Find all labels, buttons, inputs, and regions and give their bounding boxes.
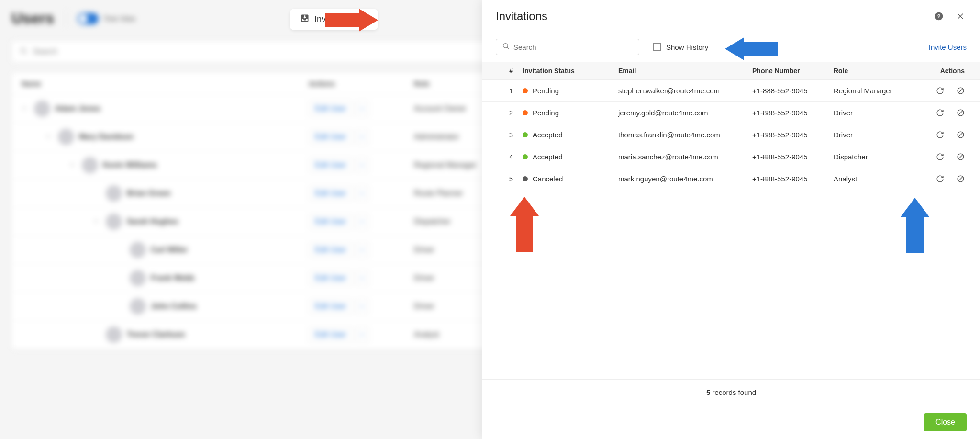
cancel-button[interactable] <box>955 129 967 141</box>
dropdown-button[interactable] <box>356 186 369 201</box>
avatar <box>58 129 74 145</box>
cancel-button[interactable] <box>955 85 967 97</box>
dropdown-button[interactable] <box>356 327 369 342</box>
avatar <box>130 298 146 315</box>
invitation-row: 3Acceptedthomas.franklin@route4me.com+1-… <box>482 124 980 146</box>
user-name: Sarah Hughes <box>127 217 178 226</box>
dropdown-button[interactable] <box>356 214 369 229</box>
dropdown-button[interactable] <box>356 158 369 173</box>
resend-button[interactable] <box>934 85 946 97</box>
cancel-button[interactable] <box>955 151 967 163</box>
phone-cell: +1-888-552-9045 <box>752 131 834 139</box>
close-panel-button[interactable] <box>954 10 967 23</box>
edit-user-button[interactable]: Edit User <box>309 299 353 314</box>
edit-user-button[interactable]: Edit User <box>309 214 353 229</box>
panel-title: Invitations <box>496 10 547 23</box>
svg-line-13 <box>958 133 963 137</box>
search-icon <box>502 42 510 52</box>
invitations-count: 5 <box>363 14 368 24</box>
dropdown-button[interactable] <box>356 299 369 314</box>
records-suffix: records found <box>710 388 756 396</box>
actions-cell <box>915 85 967 97</box>
svg-text:?: ? <box>937 13 940 19</box>
user-name: Kevin Williams <box>103 161 157 169</box>
cancel-button[interactable] <box>955 107 967 119</box>
user-name: Carl Miller <box>151 246 188 254</box>
edit-user-button[interactable]: Edit User <box>309 270 353 286</box>
avatar <box>130 270 146 286</box>
show-history-checkbox[interactable]: Show History <box>653 43 708 51</box>
email-cell: stephen.walker@route4me.com <box>618 87 752 95</box>
edit-user-button[interactable]: Edit User <box>309 129 353 145</box>
status-label: Pending <box>533 109 559 117</box>
invitations-table-body: 1Pendingstephen.walker@route4me.com+1-88… <box>482 80 980 190</box>
actions-cell <box>915 107 967 119</box>
edit-user-button[interactable]: Edit User <box>309 186 353 201</box>
help-button[interactable]: ? <box>932 10 946 23</box>
col-phone: Phone Number <box>752 67 834 75</box>
svg-line-11 <box>958 111 963 115</box>
chevron-down-icon <box>22 104 29 113</box>
phone-cell: +1-888-552-9045 <box>752 153 834 161</box>
dropdown-button[interactable] <box>356 270 369 286</box>
panel-header: Invitations ? <box>482 0 980 32</box>
actions-cell <box>915 173 967 185</box>
email-cell: jeremy.gold@route4me.com <box>618 109 752 117</box>
invite-users-link[interactable]: Invite Users <box>929 43 967 51</box>
panel-search[interactable] <box>496 39 639 55</box>
dropdown-button[interactable] <box>356 129 369 145</box>
user-name: Brian Green <box>127 189 171 198</box>
tree-view-toggle[interactable]: Tree View <box>78 13 135 24</box>
status-cell: Pending <box>523 109 618 117</box>
close-button[interactable]: Close <box>924 413 967 431</box>
svg-line-7 <box>507 47 509 49</box>
user-name: John Collins <box>151 302 197 311</box>
actions-cell <box>915 151 967 163</box>
avatar <box>106 214 122 230</box>
role-cell: Analyst <box>834 175 915 183</box>
search-input[interactable] <box>513 43 633 51</box>
status-dot-icon <box>523 132 528 137</box>
resend-button[interactable] <box>934 129 946 141</box>
row-number: 3 <box>496 131 523 139</box>
status-label: Canceled <box>533 175 563 183</box>
status-dot-icon <box>523 154 528 159</box>
row-number: 2 <box>496 109 523 117</box>
resend-button[interactable] <box>934 173 946 185</box>
avatar <box>130 242 146 258</box>
edit-user-button[interactable]: Edit User <box>309 101 353 116</box>
records-summary: 5 records found <box>482 379 980 405</box>
row-number: 1 <box>496 87 523 95</box>
avatar <box>34 101 50 117</box>
dropdown-button[interactable] <box>356 242 369 258</box>
status-dot-icon <box>523 176 528 181</box>
role-cell: Driver <box>834 109 915 117</box>
resend-button[interactable] <box>934 107 946 119</box>
col-email: Email <box>618 67 752 75</box>
invitations-panel: Invitations ? Show History Invite User <box>482 0 980 439</box>
toggle-label: Tree View <box>103 14 135 23</box>
col-role: Role <box>834 67 915 75</box>
invitation-row: 4Acceptedmaria.sanchez@route4me.com+1-88… <box>482 146 980 168</box>
show-history-label: Show History <box>666 43 708 51</box>
status-cell: Accepted <box>523 131 618 139</box>
resend-button[interactable] <box>934 151 946 163</box>
dropdown-button[interactable] <box>356 101 369 116</box>
edit-user-button[interactable]: Edit User <box>309 242 353 258</box>
actions-cell <box>915 129 967 141</box>
edit-user-button[interactable]: Edit User <box>309 327 353 342</box>
invitations-label: Invitations : <box>314 14 358 24</box>
cancel-button[interactable] <box>955 173 967 185</box>
svg-line-17 <box>958 177 963 181</box>
user-name: Adam Jones <box>55 104 100 113</box>
avatar <box>82 157 98 173</box>
edit-user-button[interactable]: Edit User <box>309 158 353 173</box>
phone-cell: +1-888-552-9045 <box>752 175 834 183</box>
invitation-row: 1Pendingstephen.walker@route4me.com+1-88… <box>482 80 980 102</box>
invitations-pill[interactable]: Invitations : 5 <box>290 9 378 30</box>
user-name: Frank Webb <box>151 274 194 282</box>
svg-point-6 <box>503 44 508 48</box>
col-name: Name <box>22 79 309 88</box>
avatar <box>106 326 122 343</box>
chevron-down-icon <box>93 217 101 226</box>
